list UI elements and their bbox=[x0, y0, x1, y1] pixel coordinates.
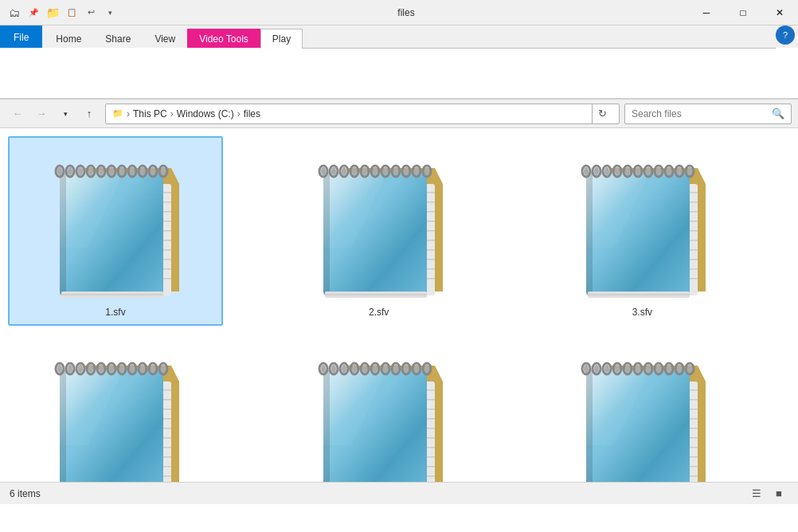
svg-point-30 bbox=[119, 167, 124, 175]
tab-file[interactable]: File bbox=[0, 25, 42, 48]
svg-point-57 bbox=[321, 167, 326, 175]
svg-point-20 bbox=[68, 167, 72, 175]
tab-home[interactable]: Home bbox=[44, 29, 93, 48]
svg-point-114 bbox=[677, 167, 682, 175]
svg-point-229 bbox=[667, 365, 671, 373]
title-bar-icons: 🗂 📌 📁 📋 ↩ ▾ bbox=[0, 5, 124, 21]
svg-point-153 bbox=[151, 365, 155, 373]
address-box[interactable]: 📁 › This PC › Windows (C:) › files ↻ bbox=[105, 104, 620, 124]
svg-point-147 bbox=[119, 365, 124, 373]
svg-rect-94 bbox=[588, 294, 690, 295]
crumb-thispc[interactable]: This PC bbox=[133, 108, 167, 119]
view-details-button[interactable]: ☰ bbox=[747, 484, 766, 503]
crumb-files[interactable]: files bbox=[244, 108, 260, 119]
svg-point-102 bbox=[615, 167, 620, 175]
svg-point-215 bbox=[594, 365, 599, 373]
file-label-2: 2.sfv bbox=[369, 307, 389, 318]
tab-video-tools[interactable]: Video Tools bbox=[187, 29, 260, 48]
refresh-button[interactable]: ↻ bbox=[592, 104, 612, 124]
svg-point-22 bbox=[78, 167, 83, 175]
file-icon-1 bbox=[44, 144, 187, 303]
svg-point-34 bbox=[140, 167, 145, 175]
svg-point-98 bbox=[594, 167, 599, 175]
file-item-3[interactable]: 3.sfv bbox=[534, 136, 749, 326]
svg-point-227 bbox=[656, 365, 661, 373]
search-icon: 🔍 bbox=[772, 108, 784, 119]
svg-point-155 bbox=[161, 365, 166, 373]
dropdown-history-button[interactable]: ▾ bbox=[54, 103, 76, 125]
tab-play[interactable]: Play bbox=[260, 29, 303, 49]
svg-point-231 bbox=[677, 365, 682, 373]
svg-rect-16 bbox=[61, 294, 163, 295]
minimize-button[interactable]: ─ bbox=[688, 0, 725, 25]
file-area: 1.sfv bbox=[0, 128, 798, 482]
tab-view[interactable]: View bbox=[143, 29, 187, 48]
svg-point-71 bbox=[393, 167, 398, 175]
file-item-5[interactable]: 5.sfv bbox=[272, 334, 487, 482]
crumb-windows[interactable]: Windows (C:) bbox=[177, 108, 234, 119]
svg-point-24 bbox=[88, 167, 93, 175]
path-icon: 📁 bbox=[112, 108, 123, 119]
svg-point-143 bbox=[99, 365, 104, 373]
undo-icon[interactable]: ↩ bbox=[83, 5, 99, 21]
file-icon-2 bbox=[307, 144, 451, 303]
svg-rect-53 bbox=[323, 172, 330, 295]
svg-point-36 bbox=[151, 167, 155, 175]
ribbon-content bbox=[0, 48, 798, 99]
maximize-button[interactable]: □ bbox=[725, 0, 761, 25]
file-label-1: 1.sfv bbox=[105, 307, 125, 318]
properties-icon[interactable]: 📋 bbox=[64, 5, 80, 21]
svg-rect-92 bbox=[586, 172, 593, 295]
ribbon: File Home Share View Video Tools Play ? bbox=[0, 25, 798, 100]
file-item-4[interactable]: 4.sfv bbox=[8, 334, 223, 482]
svg-point-100 bbox=[604, 167, 609, 175]
file-item-1[interactable]: 1.sfv bbox=[8, 136, 223, 326]
address-bar: ← → ▾ ↑ 📁 › This PC › Windows (C:) › fil… bbox=[0, 100, 798, 128]
tab-share[interactable]: Share bbox=[93, 29, 143, 48]
close-button[interactable]: ✕ bbox=[761, 0, 798, 25]
svg-point-65 bbox=[362, 167, 367, 175]
svg-point-186 bbox=[383, 365, 388, 373]
svg-point-137 bbox=[68, 365, 72, 373]
svg-point-192 bbox=[414, 365, 419, 373]
new-folder-icon[interactable]: 📁 bbox=[45, 5, 61, 21]
quick-access-icon[interactable]: 📌 bbox=[25, 5, 41, 21]
file-icon-6 bbox=[570, 342, 714, 482]
forward-button[interactable]: → bbox=[30, 103, 53, 125]
svg-rect-131 bbox=[60, 370, 66, 482]
svg-point-63 bbox=[352, 167, 357, 175]
svg-rect-55 bbox=[325, 294, 427, 295]
view-large-icons-button[interactable]: ■ bbox=[769, 484, 788, 503]
svg-point-190 bbox=[404, 365, 409, 373]
svg-point-61 bbox=[342, 167, 346, 175]
window-controls: ─ □ ✕ bbox=[688, 0, 798, 25]
svg-point-145 bbox=[109, 365, 114, 373]
file-label-3: 3.sfv bbox=[632, 307, 652, 318]
title-bar: 🗂 📌 📁 📋 ↩ ▾ files ─ □ ✕ bbox=[0, 0, 798, 25]
search-box[interactable]: 🔍 bbox=[624, 104, 792, 124]
svg-point-38 bbox=[161, 167, 166, 175]
svg-point-139 bbox=[78, 365, 83, 373]
svg-point-75 bbox=[414, 167, 419, 175]
up-button[interactable]: ↑ bbox=[78, 103, 100, 125]
file-icon-4 bbox=[44, 342, 187, 482]
svg-rect-170 bbox=[323, 370, 330, 482]
back-button[interactable]: ← bbox=[6, 103, 29, 125]
svg-point-176 bbox=[331, 365, 336, 373]
svg-point-225 bbox=[646, 365, 651, 373]
window-title: files bbox=[124, 7, 688, 18]
svg-point-28 bbox=[109, 167, 114, 175]
help-button[interactable]: ? bbox=[776, 25, 795, 45]
svg-point-106 bbox=[636, 167, 640, 175]
dropdown-icon[interactable]: ▾ bbox=[102, 5, 118, 21]
status-bar: 6 items ☰ ■ bbox=[0, 482, 798, 504]
app-icon: 🗂 bbox=[6, 5, 22, 21]
file-item-6[interactable]: 6.sfv bbox=[534, 334, 749, 482]
search-input[interactable] bbox=[632, 108, 772, 119]
file-item-2[interactable]: 2.sfv bbox=[272, 136, 487, 326]
svg-point-104 bbox=[625, 167, 630, 175]
svg-point-108 bbox=[646, 167, 651, 175]
svg-point-151 bbox=[140, 365, 145, 373]
svg-rect-209 bbox=[586, 370, 593, 482]
svg-point-233 bbox=[687, 365, 692, 373]
